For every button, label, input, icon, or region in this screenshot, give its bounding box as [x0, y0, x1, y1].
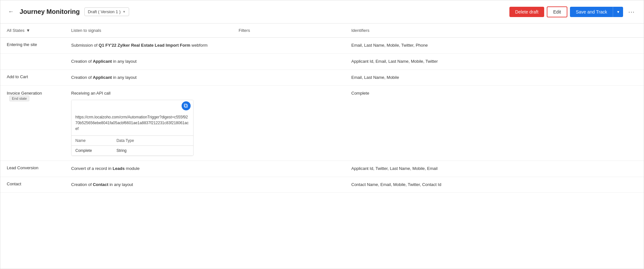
signal-suffix-text: in any layout: [112, 59, 137, 64]
signal-suffix-text: in any layout: [109, 182, 133, 187]
signal-bold-text: Applicant: [93, 59, 112, 64]
filter-cell: [232, 86, 345, 161]
state-name: Contact: [7, 181, 21, 186]
table-row: Entering the site Submission of Q1 FY'22…: [0, 38, 644, 54]
state-cell: Add to Cart: [0, 70, 65, 86]
app-wrapper: ← Journey Monitoring Draft ( Version 1 )…: [0, 0, 644, 269]
table-container: All States ▼ Listen to signals Filters I…: [0, 23, 644, 269]
signal-cell: Creation of Applicant in any layout: [65, 70, 232, 86]
state-name: Invoice Generation: [7, 91, 42, 96]
state-cell: Contact: [0, 177, 65, 193]
identifier-cell: Applicant Id, Twitter, Last Name, Mobile…: [345, 161, 644, 177]
table-row: Add to Cart Creation of Applicant in any…: [0, 70, 644, 86]
signal-bold-text: Applicant: [93, 75, 112, 80]
col-identifiers: Identifiers: [345, 23, 644, 38]
all-states-chevron-icon: ▼: [26, 28, 30, 33]
svg-rect-0: [185, 105, 187, 107]
api-url-box: https://crm.localzoho.com/crm/Automation…: [71, 100, 194, 156]
signal-cell: Creation of Contact in any layout: [65, 177, 232, 193]
copy-url-button[interactable]: [182, 101, 191, 110]
filter-cell: [232, 161, 345, 177]
signal-bold-text: Q1 FY'22 Zylker Real Estate Lead Import …: [99, 43, 190, 48]
identifiers-text: Applicant Id, Twitter, Last Name, Mobile…: [351, 166, 438, 171]
signal-text: Submission of Q1 FY'22 Zylker Real Estat…: [71, 42, 226, 49]
signal-plain-text: Convert of a record in: [71, 166, 113, 171]
state-name: Lead Conversion: [7, 165, 38, 170]
version-chevron-icon: ▼: [123, 10, 126, 14]
signal-suffix-text: in any layout: [112, 75, 137, 80]
table-row: Invoice Generation End state Receiving a…: [0, 86, 644, 161]
signal-suffix-text: module: [125, 166, 139, 171]
state-cell-empty: [0, 53, 65, 70]
col-signals: Listen to signals: [65, 23, 232, 38]
col-filters: Filters: [232, 23, 345, 38]
api-params-header: Name Data Type: [71, 135, 193, 145]
save-track-dropdown-button[interactable]: ▼: [613, 7, 623, 17]
identifier-cell: Email, Last Name, Mobile: [345, 70, 644, 86]
api-param-row: Complete String: [71, 145, 193, 155]
api-datatype-header: Data Type: [113, 135, 193, 145]
col-states: All States ▼: [0, 23, 65, 38]
svg-rect-1: [184, 104, 187, 107]
header: ← Journey Monitoring Draft ( Version 1 )…: [0, 0, 644, 23]
signal-plain-text: Submission of: [71, 43, 99, 48]
version-dropdown[interactable]: Draft ( Version 1 ) ▼: [84, 7, 129, 16]
api-name-header: Name: [71, 135, 113, 145]
table-header-row: All States ▼ Listen to signals Filters I…: [0, 23, 644, 38]
back-button[interactable]: ←: [7, 7, 15, 16]
identifiers-text: Applicant Id, Email, Last Name, Mobile, …: [351, 59, 438, 64]
signal-suffix-text: webform: [190, 43, 207, 48]
header-left: ← Journey Monitoring Draft ( Version 1 )…: [7, 7, 509, 16]
identifiers-text: Contact Name, Email, Mobile, Twitter, Co…: [351, 182, 441, 187]
signal-text: Receiving an API call: [71, 90, 226, 97]
filter-cell: [232, 70, 345, 86]
version-label: Draft ( Version 1 ): [88, 9, 121, 14]
signal-plain-text: Creation of: [71, 182, 93, 187]
state-cell: Entering the site: [0, 38, 65, 54]
api-param-name: Complete: [71, 145, 113, 155]
header-actions: Delete draft Edit Save and Track ▼ ···: [509, 6, 637, 17]
more-options-button[interactable]: ···: [626, 6, 637, 17]
signal-cell: Creation of Applicant in any layout: [65, 53, 232, 70]
table-row: Contact Creation of Contact in any layou…: [0, 177, 644, 193]
state-name: Entering the site: [7, 42, 37, 47]
table-row: Creation of Applicant in any layout Appl…: [0, 53, 644, 70]
identifier-cell: Applicant Id, Email, Last Name, Mobile, …: [345, 53, 644, 70]
signal-text: Convert of a record in Leads module: [71, 165, 226, 172]
signal-bold-text: Contact: [93, 182, 108, 187]
filter-cell: [232, 38, 345, 54]
page-title: Journey Monitoring: [20, 8, 80, 15]
all-states-filter[interactable]: All States ▼: [7, 28, 30, 33]
signal-text: Creation of Contact in any layout: [71, 181, 226, 188]
table-row: Lead Conversion Convert of a record in L…: [0, 161, 644, 177]
state-cell: Invoice Generation End state: [0, 86, 65, 161]
signal-plain-text: Creation of: [71, 59, 93, 64]
identifier-cell: Complete: [345, 86, 644, 161]
state-cell: Lead Conversion: [0, 161, 65, 177]
edit-button[interactable]: Edit: [547, 6, 567, 17]
signal-bold-text: Leads: [113, 166, 125, 171]
identifier-cell: Email, Last Name, Mobile, Twitter, Phone: [345, 38, 644, 54]
api-url-text: https://crm.localzoho.com/crm/Automation…: [71, 112, 193, 135]
signal-cell: Receiving an API call https:/: [65, 86, 232, 161]
identifiers-text: Email, Last Name, Mobile: [351, 75, 399, 80]
identifiers-text: Email, Last Name, Mobile, Twitter, Phone: [351, 43, 428, 48]
identifier-cell: Contact Name, Email, Mobile, Twitter, Co…: [345, 177, 644, 193]
end-state-badge: End state: [9, 96, 29, 101]
identifiers-text: Complete: [351, 91, 369, 96]
api-url-header: [71, 100, 193, 112]
journey-table: All States ▼ Listen to signals Filters I…: [0, 23, 644, 193]
all-states-label: All States: [7, 28, 24, 33]
signal-plain-text: Creation of: [71, 75, 93, 80]
state-name: Add to Cart: [7, 74, 28, 79]
filter-cell: [232, 177, 345, 193]
save-track-group: Save and Track ▼: [570, 7, 623, 17]
delete-draft-button[interactable]: Delete draft: [509, 7, 544, 17]
signal-text: Creation of Applicant in any layout: [71, 74, 226, 81]
save-and-track-button[interactable]: Save and Track: [570, 7, 613, 17]
filter-cell: [232, 53, 345, 70]
api-params-table: Name Data Type Complete String: [71, 135, 193, 156]
signal-cell: Convert of a record in Leads module: [65, 161, 232, 177]
signal-cell: Submission of Q1 FY'22 Zylker Real Estat…: [65, 38, 232, 54]
signal-text: Creation of Applicant in any layout: [71, 58, 226, 65]
